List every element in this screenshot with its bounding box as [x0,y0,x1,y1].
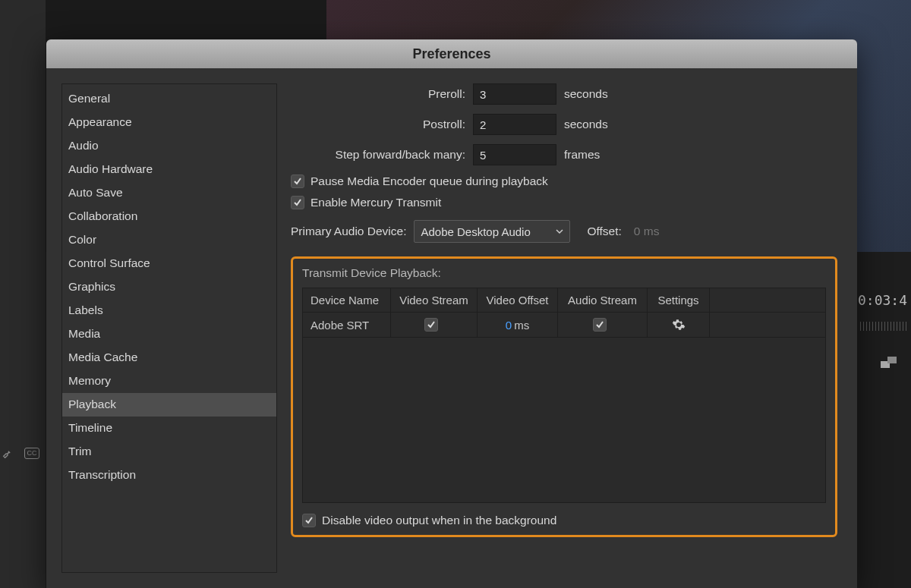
time-ruler [860,322,907,331]
preroll-input[interactable] [473,83,556,105]
audio-stream-checkbox[interactable] [593,318,607,332]
wrench-icon[interactable] [2,448,14,460]
transmit-table: Device Name Video Stream Video Offset Au… [302,288,826,503]
sidebar-item-labels[interactable]: Labels [62,299,276,322]
sidebar-item-trim[interactable]: Trim [62,440,276,464]
cc-icon[interactable]: CC [24,448,39,459]
sidebar-item-collaboration[interactable]: Collaboration [62,205,276,228]
sidebar-item-auto-save[interactable]: Auto Save [62,181,276,205]
video-offset-num: 0 [506,319,512,332]
preferences-content: Preroll: seconds Postroll: seconds Step … [286,83,842,573]
sidebar-item-transcription[interactable]: Transcription [62,464,276,487]
disable-output-checkbox[interactable] [302,514,316,527]
sidebar-item-audio-hardware[interactable]: Audio Hardware [62,158,276,181]
sidebar-item-graphics[interactable]: Graphics [62,275,276,299]
bg-left-panel: people a ltural ba kes it so ates the el… [0,0,46,588]
offset-value: 0 ms [634,225,660,238]
pause-encoder-checkbox[interactable] [291,175,304,188]
sidebar-item-audio[interactable]: Audio [62,134,276,158]
cell-audio-stream[interactable] [558,313,648,337]
sidebar-item-general[interactable]: General [62,87,276,111]
insert-clip-icon[interactable] [881,357,897,374]
preferences-sidebar: GeneralAppearanceAudioAudio HardwareAuto… [61,83,277,573]
mercury-label: Enable Mercury Transmit [310,196,441,209]
chevron-down-icon [556,228,563,235]
transmit-title: Transmit Device Playback: [302,266,826,280]
video-offset-unit: ms [514,319,529,332]
primary-device-label: Primary Audio Device: [291,225,406,238]
dialog-title: Preferences [412,46,490,62]
transmit-device-section: Transmit Device Playback: Device Name Vi… [291,256,837,537]
sidebar-item-playback[interactable]: Playback [62,393,276,417]
mercury-checkbox[interactable] [291,196,304,209]
postroll-suffix: seconds [564,118,608,131]
svg-rect-1 [887,357,897,363]
col-device-name: Device Name [303,288,391,312]
pause-encoder-label: Pause Media Encoder queue during playbac… [310,175,548,188]
postroll-input[interactable] [473,114,556,135]
sidebar-item-color[interactable]: Color [62,228,276,252]
cell-video-offset[interactable]: 0 ms [478,313,558,337]
preroll-label: Preroll: [291,87,473,101]
gear-icon[interactable] [672,318,686,332]
preferences-dialog: Preferences GeneralAppearanceAudioAudio … [46,39,857,588]
preroll-suffix: seconds [564,87,608,101]
sidebar-item-media[interactable]: Media [62,322,276,346]
col-spacer [710,288,825,312]
cell-settings[interactable] [648,313,710,337]
cell-spacer [710,313,825,337]
dialog-titlebar[interactable]: Preferences [46,39,857,68]
sidebar-item-media-cache[interactable]: Media Cache [62,346,276,369]
transmit-table-head: Device Name Video Stream Video Offset Au… [303,288,825,313]
sidebar-item-memory[interactable]: Memory [62,369,276,393]
video-stream-checkbox[interactable] [424,318,438,332]
col-audio-stream: Audio Stream [558,288,648,312]
col-settings: Settings [648,288,710,312]
sidebar-item-timeline[interactable]: Timeline [62,417,276,440]
step-label: Step forward/back many: [291,148,473,162]
col-video-stream: Video Stream [391,288,478,312]
sidebar-item-control-surface[interactable]: Control Surface [62,252,276,275]
step-suffix: frames [564,148,600,162]
table-row[interactable]: Adobe SRT 0 ms [303,313,825,338]
bg-text-fragment: people a ltural ba kes it so ates the el… [0,46,53,305]
cell-video-stream[interactable] [391,313,478,337]
timecode-display: 00:03:4 [850,292,907,308]
col-video-offset: Video Offset [478,288,558,312]
sidebar-item-appearance[interactable]: Appearance [62,111,276,134]
offset-label: Offset: [587,225,621,238]
postroll-label: Postroll: [291,118,473,131]
disable-output-label: Disable video output when in the backgro… [322,514,556,527]
step-input[interactable] [473,144,556,165]
cell-device-name: Adobe SRT [303,313,391,337]
primary-device-dropdown[interactable]: Adobe Desktop Audio [414,220,570,243]
primary-device-value: Adobe Desktop Audio [421,225,530,238]
